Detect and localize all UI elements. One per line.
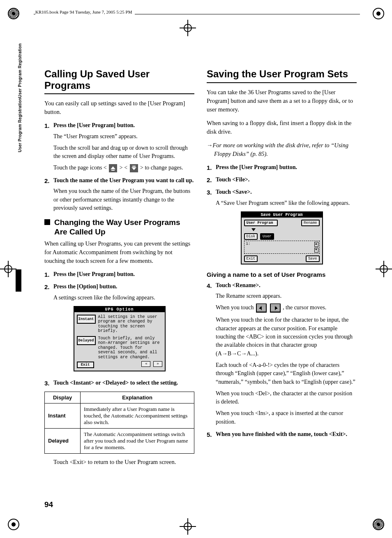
lcd-instant-desc: All settings in the user program are cha… [98, 315, 162, 334]
right-p2: When saving to a floppy disk, first inse… [207, 119, 357, 136]
text: , the cursor moves. [283, 305, 326, 311]
table-row: Delayed The Automatic Accompaniment sett… [45, 428, 194, 453]
lcd-exit-button: Exit [77, 362, 94, 368]
lcd-page-buttons: « » [141, 361, 162, 368]
step-3: Touch <Save>. A “Save User Program scree… [207, 188, 357, 207]
step-4: Touch <Rename>. The Rename screen appear… [207, 281, 357, 426]
right-p1: You can take the 36 User Programs saved … [207, 88, 357, 114]
text: Touch the page icons < [53, 165, 108, 171]
step-1: Press the [User Program] button. The “Us… [44, 121, 194, 172]
lcd2-slot: 1: [246, 242, 251, 246]
right-xref: →For more on working with the disk drive… [207, 141, 357, 158]
running-header-text: KR105.book Page 94 Tuesday, June 7, 2005… [35, 9, 135, 14]
crop-mark-bottom-left [6, 517, 21, 532]
steps-rename: Touch <Rename>. The Rename screen appear… [207, 281, 357, 438]
lcd-delayed-desc: Touch briefly, and only non-Arranger set… [98, 336, 162, 360]
table-header-display: Display [45, 392, 81, 403]
table-header-explanation: Explanation [81, 392, 194, 403]
xref-text: For more on working with the disk drive,… [213, 142, 348, 157]
lcd2-save-button: Save [306, 255, 320, 262]
scroll-down-icon: ▼ [314, 248, 318, 253]
column-left: Calling Up Saved User Programs You can e… [44, 68, 194, 503]
lcd-page-prev-icon: « [141, 361, 150, 367]
step-2: Touch the name of the User Program you w… [44, 176, 194, 212]
intro-text: You can easily call up settings saved to… [44, 99, 194, 116]
scroll-up-icon: ▲ [314, 242, 318, 247]
upg-option-screen: UPG Option Instant All settings in the u… [74, 306, 166, 372]
step-1: Press the [User Program] button. [207, 163, 357, 172]
text: > to change pages. [140, 165, 183, 171]
step-2: Touch <File>. [207, 176, 357, 184]
table-key: Delayed [45, 428, 81, 453]
step-title: Press the [User Program] button. [53, 122, 135, 128]
heading-giving-name: Giving a name to a set of User Programs [207, 271, 357, 278]
lcd2-rename-button: Rename [301, 220, 319, 226]
step-body: The “User Program screen” appears. [53, 132, 194, 141]
table-key: Instant [45, 403, 81, 428]
side-tab-marker [16, 269, 21, 292]
step-body: Touch the scroll bar and drag up or down… [53, 144, 194, 161]
sub-intro: When calling up User Programs, you can p… [44, 239, 194, 265]
side-tab-label: User Program RegistrationUser Program Re… [18, 43, 22, 152]
crop-mark-bottom-right [371, 517, 386, 532]
step-body: When you touch the icon for the characte… [216, 316, 357, 357]
lcd2-list: 1: ▲ ▼ [244, 241, 320, 254]
step-title: When you have finished with the name, to… [216, 431, 347, 437]
step-2: Press the [Option] button. A settings sc… [44, 283, 194, 302]
lcd-footer: Exit « » [74, 359, 165, 368]
lcd2-scrollbar: ▲ ▼ [314, 242, 318, 253]
step-title: Touch <Rename>. [216, 282, 261, 288]
heading-changing-way: Changing the Way User Programs Are Calle… [44, 218, 194, 237]
heading-rule [207, 82, 357, 83]
registration-mark-bottom [180, 518, 196, 535]
save-user-program-screen: Save User Program User Program Rename Di… [241, 211, 323, 264]
heading-saving-sets: Saving the User Program Sets [207, 68, 357, 80]
step-title: Press the [User Program] button. [216, 164, 297, 170]
step-body: When you touch the name of the User Prog… [53, 187, 194, 212]
step-3: Touch <Instant> or <Delayed> to select t… [44, 379, 194, 387]
step-body: A settings screen like the following app… [53, 294, 194, 302]
step-title: Touch <File>. [216, 176, 249, 183]
step-body: When you touch <Ins>, a space is inserte… [216, 409, 357, 426]
table-row: Instant Immediately after a User Program… [45, 403, 194, 428]
steps-calling-up: Press the [User Program] button. The “Us… [44, 121, 194, 212]
running-header: KR105.book Page 94 Tuesday, June 7, 2005… [34, 10, 360, 18]
lcd2-user-button: User [260, 233, 274, 240]
table-after-text: Touch <Exit> to return to the User Progr… [44, 458, 194, 466]
step-1: Press the [User Program] button. [44, 270, 194, 278]
steps-saving: Press the [User Program] button. Touch <… [207, 163, 357, 207]
side-tab-label-wrap: User Program RegistrationUser Program Re… [16, 37, 22, 152]
lcd-instant-button: Instant [77, 315, 96, 324]
lcd2-line-dest: Disk User [242, 231, 322, 240]
arrow-right-icon: → [207, 142, 213, 148]
step-title: Press the [User Program] button. [53, 271, 135, 277]
lcd-row-instant: Instant All settings in the user program… [74, 312, 165, 334]
lcd2-exit-button: Exit [244, 255, 258, 262]
registration-mark-right [376, 261, 392, 277]
step-body: A “Save User Program screen” like the fo… [216, 199, 357, 207]
heading-calling-up: Calling Up Saved User Programs [44, 68, 194, 91]
step-body: Touch the page icons < > < > to change p… [53, 164, 194, 172]
instant-delayed-table: Display Explanation Instant Immediately … [44, 392, 194, 454]
registration-mark-left [0, 261, 16, 277]
lcd-title: UPG Option [74, 307, 165, 312]
column-right: Saving the User Program Sets You can tak… [207, 68, 357, 503]
table-value: Immediately after a User Program name is… [81, 403, 194, 428]
crop-mark-top-right [371, 6, 386, 21]
step-title: Press the [Option] button. [53, 283, 117, 290]
lcd-delayed-button: Delayed [77, 336, 96, 345]
cursor-left-icon [256, 304, 267, 313]
registration-mark-top [180, 20, 196, 36]
lcd2-title: Save User Program [242, 212, 322, 218]
lcd2-disk-button: Disk [244, 233, 258, 240]
crop-mark-top-left [6, 6, 21, 21]
step-body: The Rename screen appears. [216, 292, 357, 300]
lcd-page-next-icon: » [153, 361, 162, 367]
lcd2-name-field: User Program [244, 220, 278, 226]
step-5: When you have finished with the name, to… [207, 430, 357, 438]
lcd2-footer: Exit Save [242, 254, 322, 262]
lcd2-line-name: User Program Rename [242, 218, 322, 226]
step-title: Touch <Save>. [216, 189, 252, 195]
page-up-icon [109, 164, 117, 172]
cursor-right-icon [270, 304, 281, 313]
